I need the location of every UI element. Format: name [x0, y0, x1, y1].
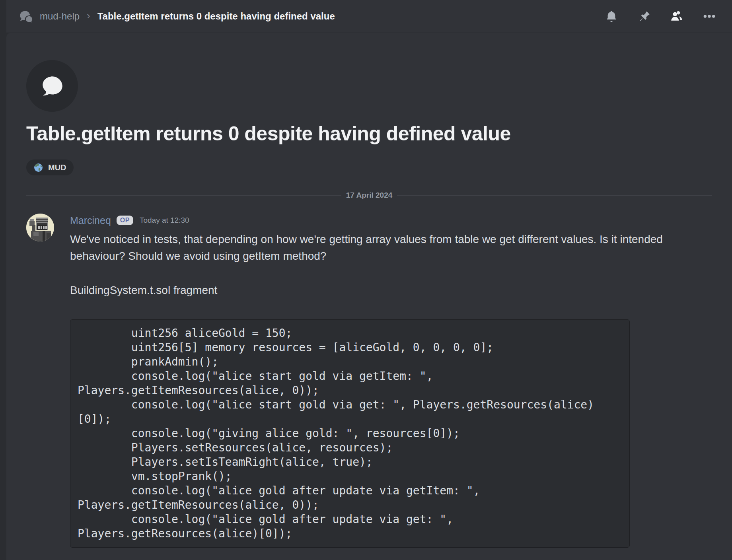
pixel-avatar-art	[26, 214, 54, 241]
chat-bubble-icon	[39, 73, 65, 99]
date-divider-label: 17 April 2024	[341, 191, 397, 200]
tag-row: MUD	[26, 159, 712, 175]
header-thread-title: Table.getItem returns 0 despite having d…	[97, 11, 335, 22]
tag-label: MUD	[48, 163, 66, 172]
notifications-bell-button[interactable]	[605, 10, 618, 23]
date-divider: 17 April 2024	[26, 191, 712, 200]
member-list-button[interactable]	[670, 10, 683, 23]
message: Marcineq OP Today at 12:30 We've noticed…	[26, 214, 712, 556]
channel-name[interactable]: mud-help	[40, 11, 80, 22]
thread-content: Table.getItem returns 0 despite having d…	[6, 33, 732, 560]
discord-app: mud-help › Table.getItem returns 0 despi…	[0, 0, 732, 560]
thread-title: Table.getItem returns 0 despite having d…	[26, 122, 712, 145]
message-body: Marcineq OP Today at 12:30 We've noticed…	[70, 214, 712, 548]
message-timestamp: Today at 12:30	[140, 214, 189, 227]
left-panel-edge	[0, 0, 6, 560]
thread-panel: mud-help › Table.getItem returns 0 despi…	[6, 0, 732, 560]
user-avatar[interactable]	[26, 214, 54, 241]
message-text: We've noticed in tests, that depending o…	[70, 231, 699, 264]
breadcrumb-chevron-icon: ›	[87, 10, 90, 21]
thread-avatar	[26, 60, 78, 112]
globe-icon	[33, 163, 43, 173]
message-header: Marcineq OP Today at 12:30	[70, 214, 712, 227]
bell-icon	[605, 10, 618, 23]
pin-button[interactable]	[637, 10, 651, 23]
message-author[interactable]: Marcineq	[70, 214, 111, 227]
breadcrumb: mud-help › Table.getItem returns 0 despi…	[19, 9, 592, 23]
pin-icon	[637, 10, 651, 23]
members-icon	[670, 10, 683, 23]
op-badge: OP	[117, 216, 133, 225]
tag-mud[interactable]: MUD	[26, 159, 74, 175]
thread-header: mud-help › Table.getItem returns 0 despi…	[6, 0, 732, 33]
forum-channel-icon	[19, 9, 33, 23]
code-block: uint256 aliceGold = 150; uint256[5] memo…	[70, 319, 630, 548]
attachment-caption: BuildingSystem.t.sol fragment	[70, 282, 712, 299]
header-actions	[605, 10, 716, 23]
more-options-icon	[703, 10, 716, 23]
more-options-button[interactable]	[703, 10, 716, 23]
